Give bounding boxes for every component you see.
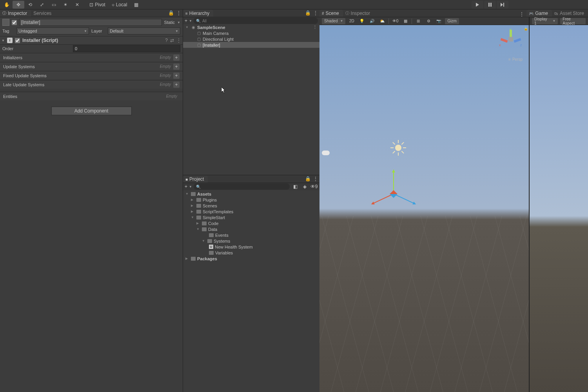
hierarchy-search-input[interactable]: 🔍 All [194,18,318,24]
order-input[interactable] [73,45,180,52]
hierarchy-item-camera[interactable]: ▢Main Camera [183,30,319,36]
filter-label-icon[interactable]: ◈ [301,183,309,190]
gizmo-lock-icon[interactable]: 🔒 [524,27,528,31]
lock-icon[interactable]: 🔒 [168,10,174,16]
object-name-input[interactable] [19,19,162,26]
folder-data[interactable]: ▼Data [183,226,319,232]
script-icon: I [7,38,13,43]
directional-light-gizmo[interactable] [391,141,405,155]
orientation-gizmo[interactable]: y x z [500,28,522,50]
component-header-installer[interactable]: ▼ I Installer (Script) ? ⇄ ⋮ [0,36,183,45]
aspect-dropdown[interactable]: Free Aspect [560,18,586,24]
layer-dropdown[interactable]: Default▼ [108,27,180,34]
2d-toggle[interactable]: 2D [348,18,356,24]
scene-viewport[interactable]: y x z 🔒 ≡Persp [319,25,529,392]
tab-inspector[interactable]: ⓘ Inspector [0,10,31,17]
add-icon[interactable]: + [173,54,180,61]
asset-new-health-system[interactable]: UNew Health System [183,244,319,250]
audio-toggle-icon[interactable]: 🔊 [368,18,376,24]
preset-icon[interactable]: ⇄ [170,38,174,43]
menu-icon[interactable]: ⋮ [313,25,317,30]
create-dropdown-icon[interactable]: + [185,184,187,189]
step-button-icon[interactable] [497,1,508,9]
pause-button-icon[interactable] [484,1,496,9]
lock-icon[interactable]: 🔒 [305,176,311,181]
hierarchy-item-installer[interactable]: ▢[Installer] [183,42,319,48]
lock-icon[interactable]: 🔒 [305,10,311,16]
folder-systems[interactable]: ▼Systems [183,238,319,244]
snap-icon[interactable]: ⊞ [414,18,422,24]
list-fixed-update-systems[interactable]: Fixed Update Systems Empty + [0,71,183,80]
menu-icon[interactable]: ⋮ [176,10,181,16]
menu-icon[interactable]: ⋮ [519,11,524,17]
folder-scenes[interactable]: ▶Scenes [183,203,319,209]
folder-code[interactable]: ▶Code [183,220,319,226]
gameobject-icon[interactable] [2,19,9,26]
menu-icon[interactable]: ⋮ [176,38,181,43]
add-component-button[interactable]: Add Component [51,107,132,115]
scene-item[interactable]: ▼◉ SampleScene ⋮ [183,24,319,30]
grid-snap-icon[interactable]: ▦ [130,1,142,9]
hierarchy-icon: ≡ [185,11,188,16]
tab-hierarchy[interactable]: ≡ Hierarchy [183,10,213,17]
folder-events[interactable]: ▶Events [183,232,319,238]
tools-icon[interactable]: ⚙ [425,18,432,24]
tab-game[interactable]: 🎮Game [526,10,552,17]
camera-icon[interactable]: 📷 [435,18,443,24]
tab-inspector-2[interactable]: ⓘInspector [343,10,374,17]
list-initializers[interactable]: Initializers Empty + [0,53,183,62]
list-late-update-systems[interactable]: Late Update Systems Empty + [0,80,183,89]
hierarchy-item-light[interactable]: ▢Directional Light [183,36,319,42]
play-button-icon[interactable] [472,1,483,9]
packages-folder[interactable]: ▶Packages [183,256,319,261]
transform-tool-icon[interactable]: ✶ [60,1,71,9]
rotate-tool-icon[interactable]: ⟲ [24,1,36,9]
tab-scene[interactable]: #Scene [319,10,343,17]
chevron-down-icon[interactable]: ▼ [189,185,192,189]
assets-folder[interactable]: ▼Assets [183,191,319,197]
fx-toggle-icon[interactable]: ⛅ [378,18,386,24]
visibility-icon[interactable]: 👁0 [391,18,399,24]
grid-icon[interactable]: ▦ [401,18,409,24]
menu-icon[interactable]: ⋮ [313,10,318,16]
chevron-down-icon[interactable]: ▼ [189,19,192,23]
folder-variables[interactable]: ▶Variables [183,250,319,256]
folder-simplestart[interactable]: ▼SimpleStart [183,214,319,220]
tab-project[interactable]: ■ Project [183,176,208,183]
create-dropdown-icon[interactable]: + [185,18,187,24]
list-update-systems[interactable]: Update Systems Empty + [0,62,183,71]
display-dropdown[interactable]: Display 1▼ [532,18,558,24]
tag-dropdown[interactable]: Untagged▼ [16,27,89,34]
gizmos-dropdown[interactable]: Gizm [445,18,459,24]
tab-services[interactable]: Services [31,10,55,17]
perspective-label[interactable]: ≡Persp [508,57,523,62]
component-enabled-toggle[interactable] [15,38,20,43]
local-toggle[interactable]: ⟐Local [109,1,131,9]
menu-icon[interactable]: ⋮ [313,176,318,181]
add-icon[interactable]: + [173,73,180,79]
list-entities[interactable]: Entities Empty [0,92,183,100]
pivot-toggle[interactable]: ⊡Pivot [86,1,109,9]
scale-tool-icon[interactable]: ⤢ [36,1,48,9]
move-tool-icon[interactable]: ✥ [13,1,24,9]
filter-type-icon[interactable]: ◧ [291,183,299,190]
rect-tool-icon[interactable]: ▭ [48,1,60,9]
add-icon[interactable]: + [173,82,180,88]
gameobject-icon: ▢ [196,43,201,47]
draw-mode-dropdown[interactable]: Shaded▼ [322,18,345,24]
hidden-count[interactable]: 👁9 [310,183,318,190]
folder-plugins[interactable]: ▶Plugins [183,197,319,203]
lighting-toggle-icon[interactable]: 💡 [358,18,366,24]
static-dropdown-icon[interactable]: ▼ [177,21,180,24]
project-search-input[interactable]: 🔍 [194,183,290,190]
custom-tool-icon[interactable]: ✕ [71,1,83,9]
game-viewport[interactable] [530,25,588,392]
tab-asset-store[interactable]: 🛍Asset Store [552,10,588,17]
cloud-icon [322,151,330,155]
add-icon[interactable]: + [173,64,180,70]
help-icon[interactable]: ? [165,38,168,43]
svg-marker-5 [221,87,225,93]
folder-script-templates[interactable]: ▶ScriptTemplates [183,209,319,214]
hand-tool-icon[interactable]: ✋ [1,1,13,9]
object-active-toggle[interactable] [12,20,17,25]
